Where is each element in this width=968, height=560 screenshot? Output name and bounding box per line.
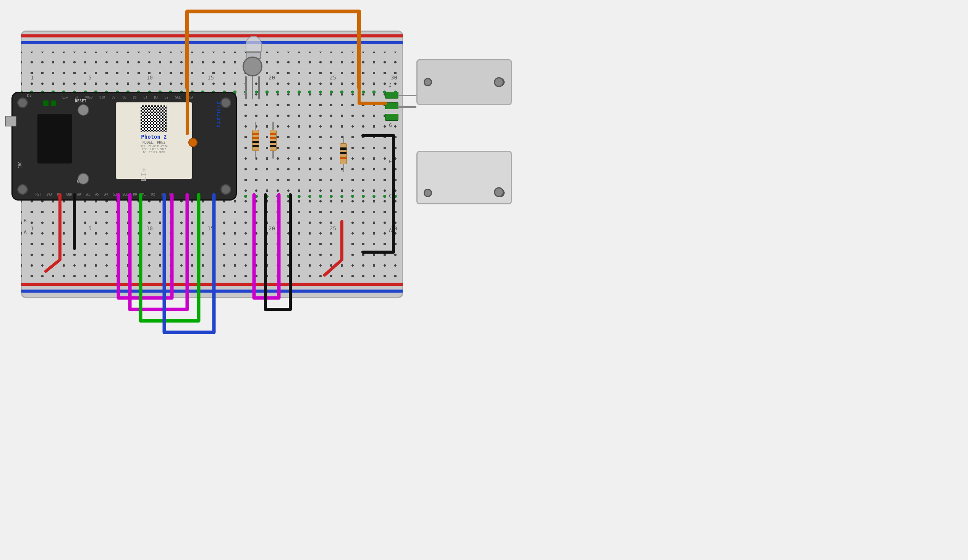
pin-nc: NC	[169, 193, 173, 196]
pin-a1: A1	[86, 193, 90, 196]
resistor-1	[252, 122, 259, 159]
pin-vusb: VUSB	[85, 96, 93, 99]
res2-lead-top	[272, 122, 274, 130]
screw-bl	[17, 184, 28, 195]
res2-band1	[270, 133, 276, 135]
pin-s3: S3	[113, 193, 117, 196]
rail-bottom-red	[21, 283, 403, 286]
bb-green-connector-1	[385, 92, 398, 99]
pin-rst: RST	[35, 193, 41, 196]
res1-lead-bottom	[255, 151, 256, 159]
pin-sda: SDA	[187, 96, 193, 99]
rail-top-blue	[21, 41, 403, 44]
pin-a4: A4	[104, 193, 108, 196]
res1-lead-top	[255, 122, 256, 130]
res2-body	[270, 130, 277, 151]
status-led-2	[51, 101, 56, 106]
pin-a5: A5	[95, 193, 99, 196]
pin-labels-bottom: RST 3V3 MD GND A0 A1 A5 A4 S3 SCK MO MI …	[35, 193, 173, 196]
screw-tr	[220, 98, 231, 108]
pin-gnd: GND	[66, 193, 72, 196]
res1-body	[252, 130, 259, 151]
connector-hole-tl	[424, 78, 432, 86]
pin-d6: D6	[122, 96, 126, 99]
mode-button[interactable]	[78, 173, 89, 184]
reset-button[interactable]	[78, 104, 89, 116]
qr-code	[141, 105, 167, 132]
rail-bottom-blue	[21, 290, 403, 293]
photon-sku: SKU: PR-0531-P08A	[119, 145, 189, 148]
res1-band3	[252, 141, 259, 143]
usb-port	[5, 116, 17, 126]
pin-tx: TX	[161, 193, 164, 196]
res2-lead-bottom	[272, 151, 274, 159]
pin-md: MD	[57, 193, 61, 196]
d7-label: D7	[27, 94, 32, 98]
pin-d4: D4	[144, 96, 148, 99]
res3-band2	[340, 152, 346, 154]
photon-board: CHG D7 RESET MODE Photon 2 MODEL: PHN2 S…	[12, 92, 237, 200]
pin-d10: D10	[99, 96, 104, 99]
res1-band4	[252, 145, 259, 147]
row-letter-a: A	[389, 227, 392, 233]
transistor-leg-1	[245, 76, 247, 99]
pin-rx: RX	[151, 193, 155, 196]
pin-d5: D5	[133, 96, 137, 99]
pin-labels-top: LI+ EN VUSB D10 D7 D6 D5 D4 D3 D2 SCL SD…	[62, 96, 193, 99]
rail-top-red	[21, 35, 403, 37]
pin-mo: MO	[133, 193, 137, 196]
li-plus-label: LI+	[139, 168, 148, 181]
status-led-1	[43, 101, 48, 106]
res2-band4	[270, 145, 276, 147]
side-connector-bottom	[416, 151, 512, 204]
photon-model: Photon 2	[119, 134, 189, 140]
res3-lead-top	[343, 136, 344, 143]
pin-li-plus: LI+	[62, 96, 68, 99]
photon-ic: IC: 20127-PHN2	[119, 151, 189, 154]
led-dome	[245, 36, 262, 52]
transistor-leg-2	[252, 76, 253, 99]
row-letter-c: C	[389, 193, 392, 199]
main-canvas: 1 5 10 15 20 25 30 1 5 10 15 20 25 30 CH…	[0, 0, 968, 560]
res1-band1	[252, 133, 259, 135]
screw-br	[220, 184, 231, 195]
row-letter-j: J	[389, 82, 392, 88]
photon-fcc: FCC: 2AEMI-PHN2	[119, 148, 189, 151]
res1-band2	[252, 137, 259, 139]
main-chip	[37, 114, 72, 164]
bb-green-connector-3	[385, 114, 398, 121]
row-letter-b-left: B	[24, 218, 27, 224]
screw-tl	[17, 98, 28, 108]
transistor-body	[242, 56, 262, 76]
pin-sck: SCK	[122, 193, 128, 196]
pin-d7: D7	[112, 96, 116, 99]
transistor-leg-3	[258, 76, 260, 99]
pin-a0: A0	[77, 193, 81, 196]
status-indicator	[188, 138, 197, 147]
res3-body	[340, 143, 347, 164]
res3-band1	[340, 147, 346, 150]
res3-lead-bottom	[343, 164, 344, 172]
pin-en: EN	[75, 96, 78, 99]
photon-label-card: Photon 2 MODEL: PHN2 SKU: PR-0531-P08A F…	[116, 103, 192, 179]
resistor-3	[340, 136, 347, 172]
res3-band3	[340, 157, 346, 159]
connector-hole-tr	[496, 78, 505, 86]
reset-label: RESET	[75, 99, 86, 103]
transistor-component	[242, 56, 262, 99]
connector-hole-bl	[424, 189, 432, 197]
pin-mi: MI	[142, 193, 146, 196]
photon-brand: MODEL: PHN2	[119, 141, 189, 144]
bb-green-connector-2	[385, 103, 398, 109]
transistor-legs	[242, 76, 262, 99]
pin-3v3: 3V3	[46, 193, 51, 196]
side-connector-top	[416, 59, 512, 105]
chg-label: CHG	[18, 162, 22, 169]
pin-scl: SCL	[175, 96, 181, 99]
pin-d2: D2	[165, 96, 169, 99]
res2-band2	[270, 137, 276, 139]
res2-band3	[270, 141, 276, 143]
row-letter-a-left: A	[24, 229, 27, 235]
connector-hole-br	[496, 189, 505, 197]
pin-d3: D3	[154, 96, 158, 99]
